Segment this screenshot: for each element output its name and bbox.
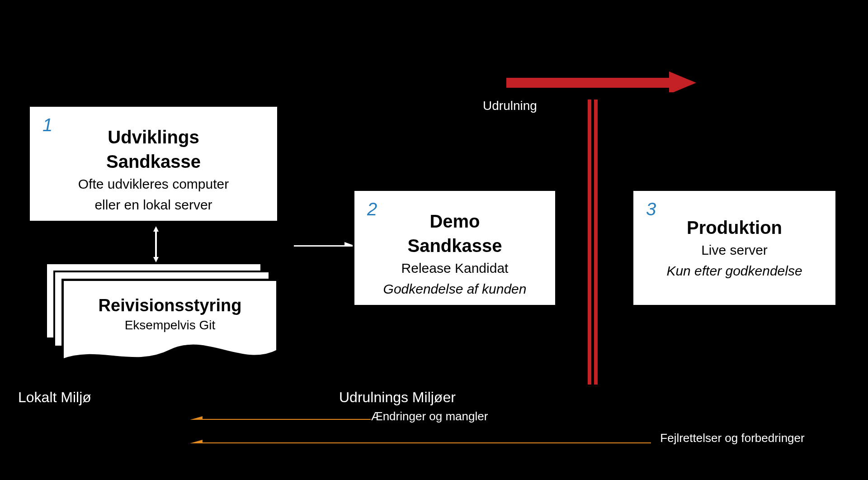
box-development-sandbox: 1 Udviklings Sandkasse Ofte udvikleres c… bbox=[28, 105, 279, 223]
box1-title-line1: Udviklings bbox=[30, 127, 277, 147]
svg-marker-4 bbox=[344, 242, 353, 247]
box2-sub-line1: Release Kandidat bbox=[354, 260, 555, 277]
box-production: 3 Produktion Live server Kun efter godke… bbox=[632, 189, 837, 307]
arrow-local-to-demo-icon bbox=[294, 242, 353, 247]
box-number-3: 3 bbox=[646, 199, 656, 219]
box2-title-line1: Demo bbox=[354, 211, 555, 232]
approval-barrier bbox=[586, 100, 599, 385]
box-number-1: 1 bbox=[42, 115, 52, 135]
box-demo-sandbox: 2 Demo Sandkasse Release Kandidat Godken… bbox=[353, 189, 557, 307]
arrow-dev-to-revision-icon bbox=[151, 226, 160, 262]
box1-sub-line1: Ofte udvikleres computer bbox=[30, 176, 277, 193]
revision-control-stack: Reivisionsstyring Eksempelvis Git bbox=[45, 262, 280, 375]
box3-sub-line2: Kun efter godkendelse bbox=[666, 263, 802, 278]
svg-marker-6 bbox=[669, 71, 696, 92]
label-local-environment: Lokalt Miljø bbox=[18, 389, 91, 406]
revision-sheet-front: Reivisionsstyring Eksempelvis Git bbox=[61, 279, 278, 365]
arrow-feedback-demo-to-dev-icon bbox=[190, 415, 371, 420]
label-deployment-arrow: Udrulning bbox=[456, 99, 564, 113]
svg-rect-5 bbox=[506, 78, 674, 88]
box2-sub-line2: Godkendelse af kunden bbox=[383, 281, 527, 296]
box3-title-line1: Produktion bbox=[633, 217, 835, 238]
label-deployment-environments: Udrulnings Miljøer bbox=[339, 389, 456, 406]
svg-marker-2 bbox=[153, 257, 159, 262]
arrow-deployment-icon bbox=[506, 71, 696, 92]
svg-rect-1 bbox=[155, 231, 157, 258]
box1-title-line2: Sandkasse bbox=[30, 151, 277, 172]
box1-sub-line2: eller en lokal server bbox=[30, 196, 277, 214]
revision-title: Reivisionsstyring bbox=[61, 296, 278, 315]
arrow-feedback-prod-to-dev-icon bbox=[190, 439, 651, 443]
svg-marker-10 bbox=[190, 440, 203, 443]
label-feedback-bugfixes: Fejlrettelser og forbedringer bbox=[642, 431, 823, 445]
label-feedback-changes: Ændringer og mangler bbox=[362, 409, 497, 423]
barrier-line-2 bbox=[594, 100, 598, 385]
svg-marker-8 bbox=[190, 416, 203, 420]
box2-title-line2: Sandkasse bbox=[354, 235, 555, 256]
revision-sub: Eksempelvis Git bbox=[61, 318, 278, 333]
box-number-2: 2 bbox=[367, 199, 377, 219]
barrier-line-1 bbox=[588, 100, 591, 385]
box3-sub-line1: Live server bbox=[633, 242, 835, 259]
